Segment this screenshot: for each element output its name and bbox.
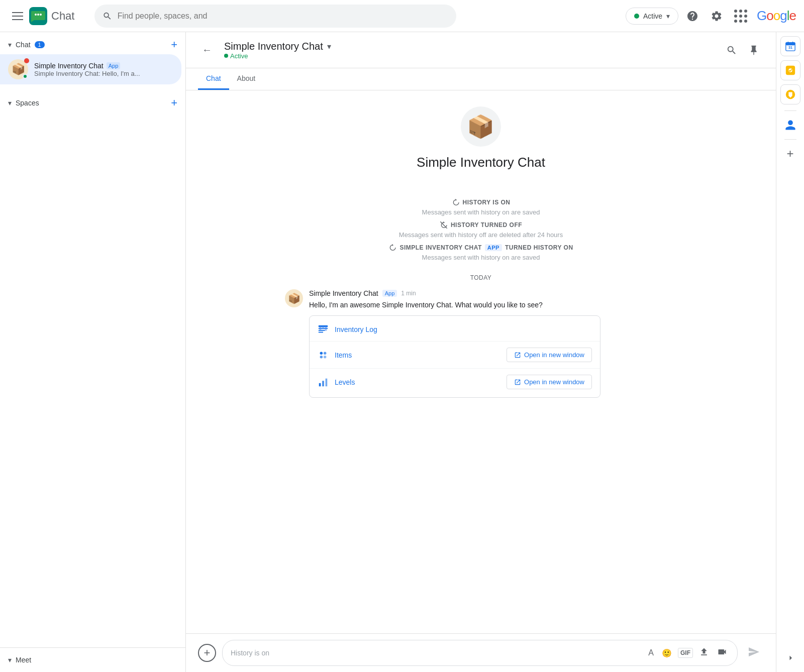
hamburger-menu[interactable] xyxy=(8,8,27,24)
right-tasks-button[interactable] xyxy=(780,60,800,80)
levels-open-btn[interactable]: Open in new window xyxy=(507,375,592,389)
send-button[interactable] xyxy=(744,642,764,664)
inventory-log-label[interactable]: Inventory Log xyxy=(335,325,377,333)
history-off-notice: HISTORY TURNED OFF Messages sent with hi… xyxy=(305,221,657,239)
top-nav: Chat Active ▾ xyxy=(0,0,804,32)
unread-dot xyxy=(24,58,29,63)
msg-text: Hello, I'm an awesome Simple Inventory C… xyxy=(309,299,677,310)
right-contacts-button[interactable] xyxy=(780,115,800,135)
svg-rect-8 xyxy=(319,332,323,333)
help-button[interactable] xyxy=(682,6,702,26)
app-name: Chat xyxy=(51,10,74,23)
format-text-button[interactable]: A xyxy=(646,646,656,659)
history-on-again-suffix: TURNED HISTORY ON xyxy=(505,244,573,251)
chat-item-info: Simple Inventory Chat App Simple Invento… xyxy=(34,62,173,77)
card-row-items: Items Open in new window xyxy=(310,342,600,369)
history-on-again-title-row: SIMPLE INVENTORY CHAT APP TURNED HISTORY… xyxy=(305,244,657,252)
sidebar: ▾ Chat 1 + 📦 Simple Inventory Chat App S… xyxy=(0,32,186,672)
right-calendar-button[interactable]: 31 xyxy=(780,36,800,56)
today-divider: TODAY xyxy=(470,274,492,281)
tab-about[interactable]: About xyxy=(229,68,264,90)
svg-point-14 xyxy=(320,356,323,359)
apps-button[interactable] xyxy=(731,6,751,26)
chat-header-dropdown-icon[interactable]: ▾ xyxy=(327,42,331,51)
message-input-box[interactable]: History is on A 🙂 GIF xyxy=(222,640,738,666)
history-on-again-notice: SIMPLE INVENTORY CHAT APP TURNED HISTORY… xyxy=(305,244,657,261)
right-add-button[interactable]: + xyxy=(780,144,800,164)
header-active-text: Active xyxy=(230,52,248,60)
search-chat-icon xyxy=(726,45,737,56)
bot-intro: 📦 Simple Inventory Chat xyxy=(417,106,545,182)
search-chat-button[interactable] xyxy=(722,40,742,60)
chat-item-name: Simple Inventory Chat xyxy=(34,62,104,70)
online-indicator xyxy=(23,74,28,79)
settings-button[interactable] xyxy=(707,6,727,26)
right-divider-2 xyxy=(784,139,796,140)
spaces-add-button[interactable]: + xyxy=(171,97,177,108)
pin-button[interactable] xyxy=(744,40,764,60)
tab-chat[interactable]: Chat xyxy=(198,68,229,90)
msg-app-badge: App xyxy=(382,290,397,297)
svg-rect-11 xyxy=(325,326,327,331)
chat-label: Chat xyxy=(16,41,31,49)
levels-open-label: Open in new window xyxy=(524,378,584,386)
active-status-button[interactable]: Active ▾ xyxy=(626,8,678,25)
history-on-notice: HISTORY IS ON Messages sent with history… xyxy=(305,198,657,216)
message-card: Inventory Log xyxy=(309,315,600,398)
video-button[interactable] xyxy=(715,645,729,661)
history-off-subtitle: Messages sent with history off are delet… xyxy=(305,231,657,239)
tasks-icon xyxy=(785,65,796,76)
msg-time: 1 min xyxy=(401,290,416,297)
spaces-section-header[interactable]: ▾ Spaces + xyxy=(0,90,185,113)
pin-icon xyxy=(748,45,759,56)
chat-item-app-badge: App xyxy=(107,62,121,69)
svg-rect-10 xyxy=(322,326,324,329)
history-off-title-row: HISTORY TURNED OFF xyxy=(305,221,657,229)
search-input[interactable] xyxy=(118,12,449,21)
right-expand-button[interactable] xyxy=(780,648,800,668)
items-label[interactable]: Items xyxy=(335,351,352,359)
levels-label[interactable]: Levels xyxy=(335,378,355,386)
chat-content: ← Simple Inventory Chat ▾ Active xyxy=(186,32,776,672)
spaces-chevron-icon: ▾ xyxy=(8,99,12,107)
open-new-window-icon-items xyxy=(514,352,521,359)
meet-chevron-icon: ▾ xyxy=(8,656,12,664)
card-row-inventory-log: Inventory Log xyxy=(310,318,600,342)
active-dot xyxy=(634,14,639,19)
add-content-button[interactable]: + xyxy=(198,644,216,662)
dropdown-arrow-icon: ▾ xyxy=(666,12,670,20)
msg-sender: Simple Inventory Chat xyxy=(309,289,378,297)
search-icon xyxy=(103,11,112,21)
right-keep-button[interactable] xyxy=(780,84,800,104)
history-on-icon xyxy=(452,198,460,206)
search-bar[interactable] xyxy=(94,5,456,28)
header-active-dot xyxy=(224,54,228,58)
svg-point-2 xyxy=(37,14,39,16)
svg-rect-7 xyxy=(319,330,325,331)
open-new-window-icon-levels xyxy=(514,379,521,386)
inventory-log-icon xyxy=(318,324,329,335)
chat-tabs: Chat About xyxy=(186,68,776,90)
chat-add-button[interactable]: + xyxy=(171,39,177,50)
message-placeholder: History is on xyxy=(231,649,642,657)
chat-header: ← Simple Inventory Chat ▾ Active xyxy=(186,32,776,68)
card-left-items: Items xyxy=(318,350,352,361)
gif-button[interactable]: GIF xyxy=(678,648,693,658)
chat-section-header[interactable]: ▾ Chat 1 + xyxy=(0,32,185,54)
meet-section: ▾ Meet xyxy=(0,647,185,672)
emoji-button[interactable]: 🙂 xyxy=(660,646,674,660)
svg-point-15 xyxy=(324,356,327,359)
chat-header-status: Active xyxy=(224,52,722,60)
main-layout: ▾ Chat 1 + 📦 Simple Inventory Chat App S… xyxy=(0,32,804,672)
back-button[interactable]: ← xyxy=(198,40,216,60)
chat-header-name-row: Simple Inventory Chat ▾ xyxy=(224,41,722,52)
history-on-again-icon xyxy=(388,244,396,252)
contacts-icon xyxy=(784,119,796,131)
video-icon xyxy=(717,647,727,657)
keep-icon xyxy=(785,89,796,100)
chat-item-simple-inventory[interactable]: 📦 Simple Inventory Chat App Simple Inven… xyxy=(0,54,181,84)
upload-button[interactable] xyxy=(697,645,711,661)
meet-label: Meet xyxy=(16,656,31,664)
items-open-btn[interactable]: Open in new window xyxy=(507,348,592,362)
card-left-levels: Levels xyxy=(318,377,355,388)
